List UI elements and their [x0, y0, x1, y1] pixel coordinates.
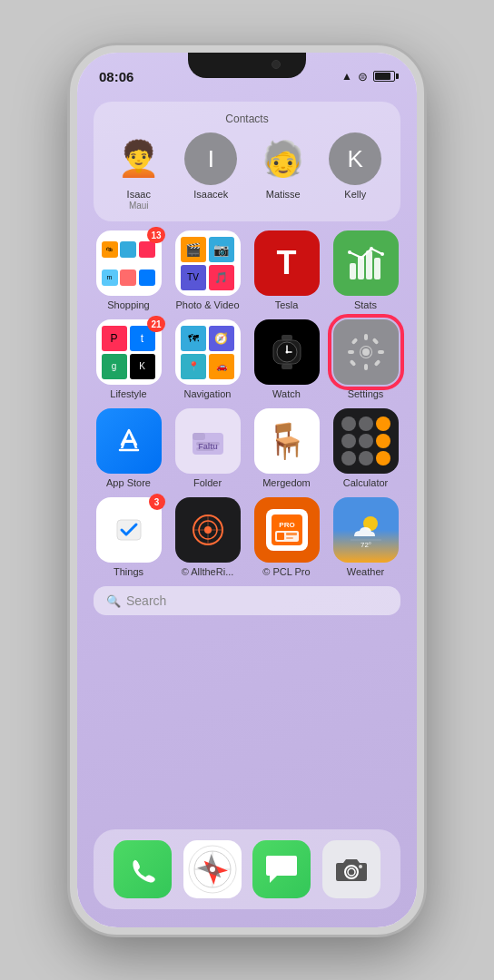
svg-point-7	[380, 252, 384, 256]
battery-icon	[373, 71, 395, 82]
appstore-label: App Store	[106, 477, 151, 488]
svg-rect-9	[282, 364, 292, 369]
tesla-label: Tesla	[275, 299, 299, 310]
app-calculator[interactable]: Calculator	[331, 408, 400, 488]
svg-text:72°: 72°	[360, 541, 370, 549]
contacts-label: Contacts	[103, 113, 391, 125]
app-pclpro[interactable]: PRO © PCL Pro	[252, 497, 321, 577]
search-bar[interactable]: 🔍 Search	[94, 586, 400, 615]
photo-video-icon: 🎬 📷 TV 🎵	[175, 230, 241, 296]
alltheri-label: © AlltheRi...	[182, 566, 234, 577]
contact-avatar-isaacek: I	[184, 132, 237, 185]
svg-point-52	[210, 867, 215, 872]
app-shopping[interactable]: 🛍 m 13 Shopping	[94, 230, 163, 310]
weather-label: Weather	[347, 566, 384, 577]
svg-text:Faltu: Faltu	[198, 442, 218, 451]
svg-point-4	[348, 250, 351, 254]
app-mergedom[interactable]: 🪑 Mergedom	[252, 408, 321, 488]
status-time: 08:06	[99, 69, 133, 84]
svg-rect-43	[286, 537, 293, 539]
navigation-label: Navigation	[184, 388, 232, 399]
watch-label: Watch	[272, 388, 301, 399]
contact-kelly[interactable]: K Kelly	[329, 132, 381, 211]
app-grid-row4: 3 Things © AlltheRi	[94, 497, 400, 577]
lifestyle-label: Lifestyle	[110, 388, 146, 399]
mergedom-icon: 🪑	[254, 408, 320, 474]
settings-highlight	[328, 314, 404, 390]
watch-icon	[254, 319, 320, 385]
app-stats[interactable]: Stats	[331, 230, 400, 310]
notch	[188, 53, 306, 78]
svg-rect-3	[374, 258, 380, 279]
contact-name-isaac: Isaac	[127, 189, 151, 200]
svg-rect-8	[282, 335, 292, 340]
app-photo-video[interactable]: 🎬 📷 TV 🎵 Photo & Video	[173, 230, 242, 310]
svg-point-5	[360, 256, 363, 260]
tesla-icon: T	[254, 230, 320, 296]
app-folder[interactable]: Faltu Folder	[173, 408, 242, 488]
stats-label: Stats	[354, 299, 377, 310]
contact-isaacek[interactable]: I Isaacek	[184, 132, 237, 211]
photo-video-label: Photo & Video	[175, 299, 239, 310]
power-button[interactable]	[422, 243, 424, 325]
alltheri-icon	[175, 497, 241, 563]
contact-name-kelly: Kelly	[344, 189, 366, 200]
svg-point-14	[285, 351, 288, 354]
shopping-badge: 13	[147, 227, 164, 243]
contact-name-isaacek: Isaacek	[193, 189, 228, 200]
app-things[interactable]: 3 Things	[94, 497, 163, 577]
app-appstore[interactable]: A App Store	[94, 408, 163, 488]
contacts-row: 🧑‍🦱 Isaac Maui I Isaacek 🧓 Matisse	[103, 132, 391, 211]
shopping-label: Shopping	[107, 299, 150, 310]
app-lifestyle[interactable]: P t g K 21 Lifestyle	[94, 319, 163, 399]
calculator-icon	[333, 408, 399, 474]
stats-icon	[333, 230, 399, 296]
svg-rect-2	[366, 250, 372, 279]
svg-rect-41	[277, 533, 284, 540]
dock-phone[interactable]	[114, 840, 172, 898]
vol-down-button[interactable]	[70, 296, 72, 350]
app-grid-row2: P t g K 21 Lifestyle 🗺 🧭 📍	[94, 319, 400, 399]
screen: 08:06 ▲ ⊜ Contacts 🧑‍🦱 Isaac Maui	[77, 53, 417, 927]
contact-matisse[interactable]: 🧓 Matisse	[257, 132, 310, 211]
app-tesla[interactable]: T Tesla	[252, 230, 321, 310]
dock	[94, 829, 400, 909]
things-badge: 3	[149, 494, 165, 510]
svg-rect-0	[350, 263, 356, 279]
search-icon: 🔍	[106, 594, 121, 608]
app-settings[interactable]: Settings	[331, 319, 400, 399]
app-weather[interactable]: 72° Weather	[331, 497, 400, 577]
status-icons: ▲ ⊜	[341, 70, 395, 83]
contact-sub-isaac: Maui	[129, 201, 149, 211]
app-watch[interactable]: Watch	[252, 319, 321, 399]
vol-up-button[interactable]	[70, 230, 72, 284]
app-grid-row1: 🛍 m 13 Shopping	[94, 230, 400, 310]
lifestyle-badge: 21	[147, 316, 164, 332]
signal-icon: ▲	[341, 70, 352, 83]
app-navigation[interactable]: 🗺 🧭 📍 🚗 Navigation	[173, 319, 242, 399]
contact-avatar-matisse: 🧓	[257, 132, 310, 185]
dock-camera[interactable]	[322, 840, 380, 898]
pclpro-icon: PRO	[254, 497, 320, 563]
camera-icon	[322, 840, 380, 898]
svg-text:PRO: PRO	[279, 521, 294, 529]
dock-safari[interactable]	[183, 840, 242, 898]
dock-messages[interactable]	[252, 840, 311, 898]
mergedom-label: Mergedom	[262, 477, 311, 488]
phone-icon	[114, 840, 172, 898]
safari-icon	[183, 840, 242, 898]
contacts-widget: Contacts 🧑‍🦱 Isaac Maui I Isaacek	[94, 102, 400, 221]
contact-name-matisse: Matisse	[266, 189, 301, 200]
folder-label: Folder	[193, 477, 222, 488]
things-label: Things	[114, 566, 143, 577]
weather-icon: 72°	[333, 497, 399, 563]
app-grid-row3: A App Store	[94, 408, 400, 488]
app-alltheri[interactable]: © AlltheRi...	[173, 497, 242, 577]
appstore-icon: A	[96, 408, 162, 474]
contact-isaac[interactable]: 🧑‍🦱 Isaac Maui	[113, 132, 165, 211]
wifi-icon: ⊜	[358, 70, 368, 83]
calculator-label: Calculator	[343, 477, 389, 488]
folder-icon: Faltu	[175, 408, 241, 474]
search-placeholder: Search	[126, 593, 166, 608]
svg-rect-42	[286, 533, 297, 535]
